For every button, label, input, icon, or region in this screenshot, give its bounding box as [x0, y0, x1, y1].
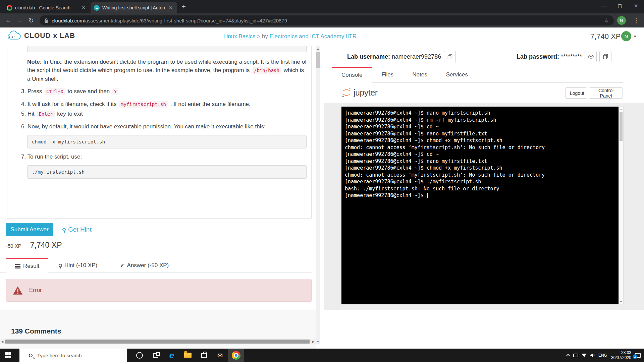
copy-username-button[interactable]	[444, 51, 456, 62]
terminal-line: [nameeraer992786@cxln4 ~]$ nano myfirsts…	[345, 110, 619, 117]
step-number: 3.	[21, 88, 28, 95]
jupyter-logo[interactable]: jupyter	[341, 87, 378, 98]
scroll-right-icon[interactable]: ▶	[311, 339, 316, 344]
lab-tab-notes[interactable]: Notes	[403, 67, 436, 83]
get-hint-link[interactable]: Get Hint	[62, 226, 92, 233]
terminal-line: [nameeraer992786@cxln4 ~]$ nano myfirstf…	[345, 158, 619, 165]
back-icon[interactable]: ←	[3, 17, 14, 24]
terminal-line: chmod: cannot access ‘myfirstscript.sh’:…	[345, 144, 619, 151]
mail-envelope-icon: ✉	[217, 352, 223, 359]
lesson-pane: Note: In Unix, the extension doesn't dic…	[0, 46, 320, 349]
step-number: 6.	[21, 123, 28, 130]
copy-password-button[interactable]	[599, 51, 611, 62]
terminal-scrollbar[interactable]: ▲ ▼	[619, 107, 624, 304]
search-icon	[29, 354, 33, 357]
wifi-icon[interactable]	[582, 354, 587, 357]
browser-tab-active[interactable]: ☁ Writing first shell script | Automa ✕	[91, 2, 177, 13]
scroll-left-icon[interactable]: ◀	[0, 339, 5, 344]
taskbar-search-box[interactable]: Type here to search	[19, 349, 127, 362]
cloudxlab-favicon-icon: ☁	[94, 5, 100, 11]
lesson-step: 5. Hit Enter key to exit	[21, 110, 307, 118]
new-tab-button[interactable]: +	[182, 3, 186, 10]
tab-hint-xp[interactable]: Hint (-10 XP)	[59, 258, 97, 273]
submit-answer-button[interactable]: Submit Answer	[6, 223, 53, 236]
browser-profile-avatar[interactable]: N	[617, 16, 626, 25]
lab-password-value: *********	[561, 53, 582, 60]
bookmark-star-icon[interactable]: ☆	[604, 17, 609, 24]
tab-answer-xp[interactable]: ✔Answer (-50 XP)	[120, 258, 169, 273]
scroll-up-icon[interactable]: ▲	[619, 107, 623, 112]
scroll-up-icon[interactable]: ▲	[316, 46, 320, 51]
file-explorer-button[interactable]	[180, 349, 196, 362]
action-center-icon[interactable]: 2	[635, 353, 641, 358]
chrome-taskbar-button[interactable]	[228, 349, 244, 362]
volume-muted-icon[interactable]: ×	[590, 354, 595, 357]
vertical-scrollbar[interactable]: ▲ ▼	[316, 46, 320, 344]
task-view-button[interactable]	[148, 349, 164, 362]
url-bar[interactable]: cloudxlab.com/assessment/displayslide/63…	[40, 15, 614, 25]
horizontal-scrollbar[interactable]: ◀ ▶	[0, 339, 316, 344]
show-password-button[interactable]	[585, 51, 597, 62]
folder-icon	[184, 353, 192, 358]
control-panel-button[interactable]: Control Panel	[589, 87, 623, 99]
language-indicator[interactable]: ENG	[598, 353, 607, 358]
scroll-down-icon[interactable]: ▼	[619, 299, 623, 304]
scroll-down-icon[interactable]: ▼	[316, 339, 320, 344]
copy-icon	[603, 54, 608, 59]
browser-tab-google-search[interactable]: cloudxlab - Google Search ✕	[3, 2, 90, 13]
lab-pane: Lab username: nameeraer992786 Lab passwo…	[324, 46, 644, 349]
taskbar-clock[interactable]: 23:03 30/07/2020	[611, 350, 631, 360]
breadcrumb-course-link[interactable]: Linux Basics	[223, 33, 255, 40]
code-block: ./myfirstscript.sh	[27, 165, 307, 179]
edge-taskbar-button[interactable]: e	[164, 349, 180, 362]
terminal-scrollbar-thumb[interactable]	[620, 112, 623, 141]
lesson-note: Note: In Unix, the extension doesn't dic…	[27, 58, 307, 83]
xp-row: -50 XP 7,740 XP	[6, 241, 62, 250]
store-button[interactable]	[196, 349, 212, 362]
code-block-text: chmod +x myfirstscript.sh	[32, 138, 105, 146]
tray-expand-icon[interactable]	[567, 354, 570, 357]
clock-time: 23:03	[621, 350, 631, 355]
forward-icon[interactable]: →	[14, 17, 25, 24]
terminal-line: [nameeraer992786@cxln4 ~]$ rm -rf myfirs…	[345, 117, 619, 124]
lab-tab-services[interactable]: Services	[437, 67, 477, 83]
horizontal-scrollbar-thumb[interactable]	[5, 340, 310, 344]
lock-icon	[44, 18, 48, 23]
error-alert: Error	[6, 279, 312, 302]
tab-close-icon[interactable]: ✕	[80, 5, 87, 10]
tab-label: Hint (-10 XP)	[64, 262, 97, 269]
tab-label: Result	[23, 263, 39, 269]
windows-taskbar: Type here to search e ✉ × ENG 23:03 30/0…	[0, 349, 644, 362]
tab-result[interactable]: Result	[6, 258, 48, 273]
monitor-icon[interactable]	[573, 354, 578, 357]
chevron-down-icon[interactable]: ▾	[634, 34, 636, 39]
lesson-step: 7. To run the script, use:./myfirstscrip…	[21, 153, 307, 179]
search-placeholder: Type here to search	[37, 353, 82, 358]
lab-tab-files[interactable]: Files	[372, 67, 403, 83]
reload-icon[interactable]: ↻	[25, 17, 37, 24]
window-minimize-button[interactable]: —	[596, 0, 612, 11]
browser-titlebar: cloudxlab - Google Search ✕ ☁ Writing fi…	[0, 0, 644, 13]
vertical-scrollbar-thumb[interactable]	[316, 52, 320, 68]
code-block: chmod +x myfirstscript.sh	[27, 135, 307, 148]
browser-menu-icon[interactable]: ⋮	[633, 17, 639, 24]
breadcrumb-provider-link[interactable]: Electronics and ICT Academy IITR	[270, 33, 357, 40]
cloudxlab-logo[interactable]: CXL CLOUD x LAB	[6, 30, 75, 41]
mail-button[interactable]: ✉	[212, 349, 228, 362]
tab-title: Writing first shell script | Automa	[102, 5, 165, 10]
user-avatar[interactable]: N	[621, 31, 631, 41]
window-maximize-button[interactable]: ▢	[612, 0, 628, 11]
window-close-button[interactable]: ✕	[628, 0, 644, 11]
start-button[interactable]	[0, 349, 19, 362]
terminal-line: [nameeraer992786@cxln4 ~]$ nano myfirstf…	[345, 130, 619, 137]
cortana-button[interactable]	[131, 349, 148, 362]
lab-tab-console[interactable]: Console	[332, 67, 372, 83]
step-number: 5.	[21, 111, 28, 117]
tab-close-icon[interactable]: ✕	[168, 5, 174, 10]
check-icon: ✔	[120, 262, 124, 268]
jupyter-header: jupyter Logout Control Panel	[324, 83, 644, 103]
windows-logo-icon	[5, 352, 8, 355]
logout-button[interactable]: Logout	[566, 87, 587, 99]
logo-text: CLOUD x LAB	[24, 32, 75, 40]
terminal[interactable]: [nameeraer992786@cxln4 ~]$ nano myfirsts…	[341, 107, 619, 304]
